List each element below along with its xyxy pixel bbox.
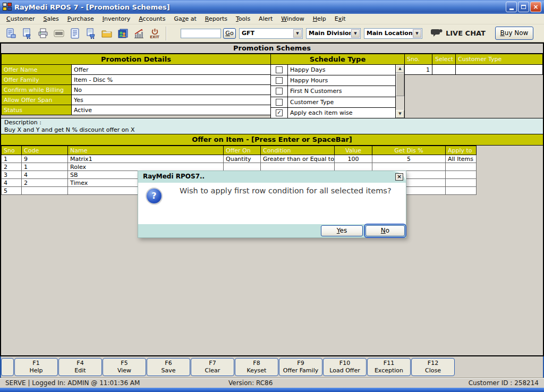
schedule-option-label[interactable]: Apply each item wise	[288, 107, 396, 118]
chevron-down-icon[interactable]: ▼	[293, 29, 302, 38]
item-cell[interactable]: 3	[2, 171, 22, 179]
confirm-while-billing-field[interactable]: No	[72, 85, 271, 95]
item-cell[interactable]: 5	[372, 155, 446, 163]
item-cell[interactable]: All Items	[446, 155, 477, 163]
scrollbar-track[interactable]	[396, 96, 404, 110]
item-cell[interactable]: 4	[2, 179, 22, 187]
chevron-down-icon[interactable]: ▼	[351, 29, 360, 38]
f11-exception-button[interactable]: F11Exception	[367, 358, 411, 376]
invoice-icon[interactable]	[3, 25, 19, 41]
f10-load-offer-button[interactable]: F10Load Offer	[323, 358, 367, 376]
schedule-option-label[interactable]: First N Customers	[288, 86, 396, 97]
menu-sales[interactable]: Sales	[39, 14, 63, 23]
item-cell[interactable]: Quantity	[224, 155, 261, 163]
go-button[interactable]: Go	[223, 28, 236, 39]
item-cell[interactable]: Rolex	[68, 163, 224, 171]
live-chat-link[interactable]: LIVE CHAT	[431, 29, 486, 38]
schedule-option-label[interactable]: Happy Hours	[288, 75, 396, 86]
item-cell[interactable]: 4	[22, 171, 68, 179]
menu-window[interactable]: Window	[277, 14, 308, 23]
checkbox-checked-icon[interactable]: ✓	[276, 109, 283, 116]
purchase-cart-icon[interactable]	[83, 25, 99, 41]
item-cell[interactable]	[446, 163, 477, 171]
folder-icon[interactable]	[99, 25, 115, 41]
scroll-up-icon[interactable]: ▲	[396, 65, 404, 73]
f9-offer-family-button[interactable]: F9Offer Family	[279, 358, 322, 376]
customer-type-select-cell[interactable]	[432, 65, 456, 75]
exit-icon[interactable]: EXIT	[147, 25, 163, 41]
store-combo[interactable]: GFT ▼	[239, 28, 303, 39]
checkbox-icon[interactable]	[276, 77, 283, 84]
minimize-button[interactable]	[506, 2, 517, 12]
item-cell[interactable]: Greater than or Equal to	[261, 155, 335, 163]
item-cell[interactable]: 1	[22, 163, 68, 171]
item-cell[interactable]	[446, 171, 477, 179]
checkbox-icon[interactable]	[276, 99, 283, 106]
offer-name-field[interactable]: Offer	[72, 65, 271, 75]
schedule-checkbox-cell[interactable]	[271, 75, 288, 86]
f5-view-button[interactable]: F5View	[103, 358, 146, 376]
customer-type-sno-cell[interactable]: 1	[405, 65, 432, 75]
menu-help[interactable]: Help	[309, 14, 330, 23]
item-cell[interactable]	[22, 187, 68, 195]
scroll-down-icon[interactable]: ▼	[396, 110, 404, 118]
schedule-option-label[interactable]: Happy Days	[288, 65, 396, 75]
menu-customer[interactable]: Customer	[2, 14, 39, 23]
offer-family-field[interactable]: Item - Disc %	[72, 75, 271, 85]
item-cell[interactable]: 5	[2, 187, 22, 195]
customer-type-value-cell[interactable]	[456, 65, 543, 75]
buy-now-button[interactable]: Buy Now	[495, 27, 533, 40]
menu-gaze-at[interactable]: Gaze at	[169, 14, 200, 23]
menu-purchase[interactable]: Purchase	[63, 14, 98, 23]
chevron-down-icon[interactable]: ▼	[413, 29, 421, 38]
f8-keyset-button[interactable]: F8Keyset	[235, 358, 278, 376]
f1-help-button[interactable]: F1Help	[14, 358, 58, 376]
schedule-checkbox-cell[interactable]: ✓	[271, 107, 288, 118]
users-icon[interactable]	[115, 25, 131, 41]
yes-button[interactable]: Yes	[321, 225, 363, 236]
status-field[interactable]: Active	[72, 105, 271, 115]
close-button[interactable]: ×	[530, 2, 541, 12]
schedule-scrollbar[interactable]: ▲ ▼	[396, 65, 405, 118]
item-cell[interactable]	[372, 163, 446, 171]
item-cell[interactable]: 100	[335, 155, 372, 163]
menu-inventory[interactable]: Inventory	[98, 14, 135, 23]
ledger-icon[interactable]	[67, 25, 83, 41]
scrollbar-thumb[interactable]	[396, 73, 404, 96]
schedule-checkbox-cell[interactable]	[271, 97, 288, 107]
schedule-checkbox-cell[interactable]	[271, 65, 288, 75]
item-cell[interactable]: 2	[2, 163, 22, 171]
schedule-option-label[interactable]: Customer Type	[288, 97, 396, 107]
allow-offer-span-field[interactable]: Yes	[72, 95, 271, 105]
schedule-checkbox-cell[interactable]	[271, 86, 288, 97]
item-cell[interactable]	[446, 187, 477, 195]
item-cell[interactable]: Matrix1	[68, 155, 224, 163]
menu-exit[interactable]: Exit	[330, 14, 350, 23]
division-combo[interactable]: Main Division ▼	[306, 28, 361, 39]
f4-edit-button[interactable]: F4Edit	[58, 358, 102, 376]
checkbox-icon[interactable]	[276, 66, 283, 73]
menu-alert[interactable]: Alert	[254, 14, 277, 23]
menu-accounts[interactable]: Accounts	[134, 14, 169, 23]
chart-icon[interactable]	[131, 25, 147, 41]
printer-icon[interactable]	[35, 25, 51, 41]
item-cell[interactable]: 9	[22, 155, 68, 163]
quick-search-input[interactable]	[181, 29, 221, 38]
no-button[interactable]: No	[366, 225, 405, 236]
menu-tools[interactable]: Tools	[232, 14, 254, 23]
item-cell[interactable]	[261, 163, 335, 171]
item-cell[interactable]: 1	[2, 155, 22, 163]
f6-save-button[interactable]: F6Save	[147, 358, 190, 376]
sales-cart-icon[interactable]	[19, 25, 35, 41]
item-cell[interactable]: 2	[22, 179, 68, 187]
barcode-icon[interactable]	[51, 25, 67, 41]
item-cell[interactable]	[446, 179, 477, 187]
dialog-close-icon[interactable]: ×	[395, 173, 403, 181]
item-cell[interactable]	[224, 163, 261, 171]
item-cell[interactable]	[335, 163, 372, 171]
checkbox-icon[interactable]	[276, 88, 283, 95]
f7-clear-button[interactable]: F7Clear	[191, 358, 234, 376]
restore-button[interactable]	[518, 2, 529, 12]
f12-close-button[interactable]: F12Close	[411, 358, 455, 376]
menu-reports[interactable]: Reports	[201, 14, 232, 23]
